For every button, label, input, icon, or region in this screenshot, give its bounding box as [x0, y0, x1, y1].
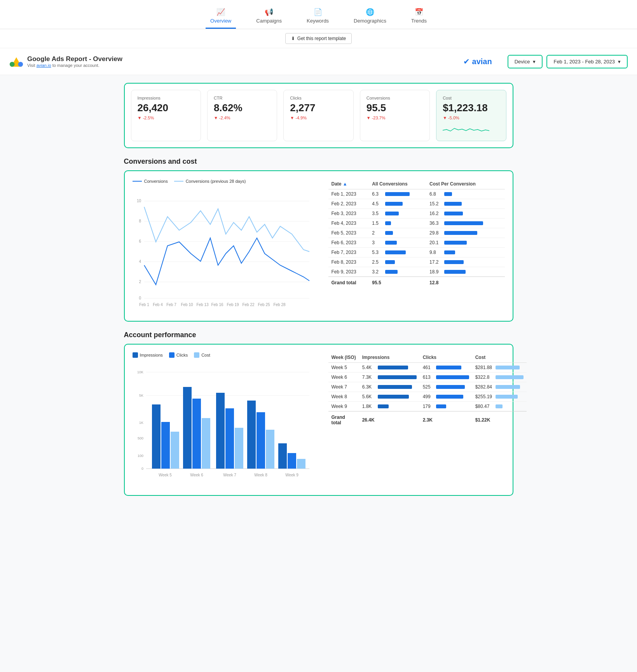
conversions-legend-line — [133, 181, 142, 182]
svg-text:0: 0 — [141, 467, 143, 471]
svg-text:Week 9: Week 9 — [285, 473, 298, 477]
table-row: Week 7 6.3K 525 $282.84 — [328, 382, 527, 392]
clicks-legend-box — [169, 352, 175, 358]
sort-icon: ▲ — [343, 181, 347, 187]
svg-text:4: 4 — [139, 259, 141, 264]
impressions-header[interactable]: Impressions — [359, 352, 420, 363]
svg-rect-47 — [288, 453, 296, 469]
svg-text:5K: 5K — [139, 394, 143, 397]
kpi-ctr: CTR 8.62% ▼ -2.4% — [207, 90, 277, 141]
svg-text:6: 6 — [139, 239, 141, 243]
clicks-value: 2,277 — [290, 102, 347, 114]
svg-point-2 — [10, 62, 15, 67]
device-filter[interactable]: Device ▾ — [508, 55, 543, 68]
nav-keywords[interactable]: 📄 Keywords — [302, 5, 333, 29]
google-ads-logo — [9, 54, 23, 68]
nav-trends[interactable]: 📅 Trends — [407, 5, 431, 29]
template-bar: ⬇ Get this report template — [0, 29, 637, 48]
kpi-impressions: Impressions 26,420 ▼ -2.5% — [131, 90, 201, 141]
impressions-value: 26,420 — [138, 102, 194, 114]
account-chart-section: Impressions Clicks Cost 10K 5K 1K 500 10… — [124, 344, 513, 496]
clicks-label: Clicks — [290, 96, 347, 100]
cost-value: $1,223.18 — [443, 102, 499, 114]
clicks-change: ▼ -4.9% — [290, 116, 347, 120]
nav-overview[interactable]: 📈 Overview — [206, 5, 236, 29]
date-header[interactable]: Date ▲ — [328, 179, 369, 189]
clicks-header[interactable]: Clicks — [420, 352, 472, 363]
svg-text:Feb 22: Feb 22 — [242, 303, 255, 307]
svg-point-1 — [18, 62, 23, 67]
svg-text:Feb 25: Feb 25 — [258, 303, 270, 307]
ctr-change: ▼ -2.4% — [214, 116, 271, 120]
table-row: Feb 2, 2023 4.5 15.2 — [328, 199, 505, 209]
svg-rect-41 — [225, 408, 234, 469]
nav-campaigns[interactable]: 📢 Campaigns — [251, 5, 286, 29]
campaigns-icon: 📢 — [265, 8, 273, 16]
svg-rect-48 — [297, 459, 305, 469]
ctr-label: CTR — [214, 96, 271, 100]
legend-impressions: Impressions — [133, 352, 163, 358]
table-row: Feb 3, 2023 3.5 16.2 — [328, 209, 505, 219]
chevron-down-icon: ▾ — [533, 59, 536, 65]
download-icon: ⬇ — [291, 36, 295, 41]
account-section-title: Account performance — [124, 331, 513, 339]
svg-rect-45 — [266, 430, 274, 469]
svg-text:Week 6: Week 6 — [190, 473, 203, 477]
legend-conversions: Conversions — [133, 179, 168, 184]
page-header: Google Ads Report - Overview Visit avian… — [0, 48, 637, 75]
svg-rect-36 — [171, 432, 179, 469]
date-range-filter[interactable]: Feb 1, 2023 - Feb 28, 2023 ▾ — [546, 55, 628, 68]
conversions-change: ▼ -23.7% — [366, 116, 423, 120]
svg-rect-44 — [257, 412, 265, 469]
svg-text:10K: 10K — [137, 370, 143, 374]
svg-text:1K: 1K — [139, 421, 143, 425]
line-chart-svg: 10 8 6 4 2 0 Feb 1 Feb 4 — [133, 187, 311, 312]
impressions-label: Impressions — [138, 96, 194, 100]
svg-text:100: 100 — [137, 454, 143, 458]
cost-header[interactable]: Cost — [472, 352, 527, 363]
svg-rect-40 — [216, 393, 225, 469]
demographics-icon: 🌐 — [366, 8, 374, 16]
svg-rect-34 — [152, 404, 161, 469]
table-row: Feb 9, 2023 3.2 18.9 — [328, 267, 505, 277]
all-conversions-header[interactable]: All Conversions — [369, 179, 426, 189]
impressions-change: ▼ -2.5% — [138, 116, 194, 120]
account-total-row: Grand total 26.4K 2.3K $1.22K — [328, 411, 527, 428]
ctr-value: 8.62% — [214, 102, 271, 114]
avian-link[interactable]: avian.io — [37, 63, 51, 68]
svg-text:2: 2 — [139, 280, 141, 284]
kpi-section: Impressions 26,420 ▼ -2.5% CTR 8.62% ▼ -… — [124, 83, 513, 148]
nav-demographics[interactable]: 🌐 Demographics — [349, 5, 391, 29]
svg-rect-42 — [235, 428, 243, 469]
conversions-label: Conversions — [366, 96, 423, 100]
line-chart-container: Conversions Conversions (previous 28 day… — [133, 179, 319, 313]
conversions-prev-legend-line — [174, 181, 183, 182]
trends-icon: 📅 — [415, 8, 423, 16]
avian-brand: avian — [472, 57, 492, 66]
bar-chart-svg: 10K 5K 1K 500 100 0 — [133, 362, 311, 486]
legend-conversions-prev: Conversions (previous 28 days) — [174, 179, 246, 184]
svg-text:Week 7: Week 7 — [223, 473, 236, 477]
cost-sparkline — [443, 122, 499, 135]
table-row: Feb 5, 2023 2 29.8 — [328, 228, 505, 238]
conversions-value: 95.5 — [366, 102, 423, 114]
svg-rect-43 — [247, 401, 256, 469]
cost-per-conversion-header[interactable]: Cost Per Conversion — [426, 179, 504, 189]
report-title: Google Ads Report - Overview — [27, 55, 122, 63]
account-table: Week (ISO) Impressions Clicks Cost Week … — [328, 352, 527, 427]
top-navigation: 📈 Overview 📢 Campaigns 📄 Keywords 🌐 Demo… — [0, 0, 637, 29]
bar-chart-legend: Impressions Clicks Cost — [133, 352, 319, 358]
impressions-legend-box — [133, 352, 138, 358]
table-row: Feb 1, 2023 6.3 6.8 — [328, 189, 505, 199]
svg-rect-46 — [278, 443, 287, 469]
template-button[interactable]: ⬇ Get this report template — [285, 33, 352, 44]
week-header[interactable]: Week (ISO) — [328, 352, 359, 363]
table-row: Week 6 7.3K 613 $322.8 — [328, 373, 527, 382]
cost-change: ▼ -5.0% — [443, 116, 499, 120]
svg-text:Feb 16: Feb 16 — [211, 303, 223, 307]
svg-text:Feb 28: Feb 28 — [273, 303, 286, 307]
svg-rect-37 — [183, 387, 192, 469]
legend-clicks: Clicks — [169, 352, 188, 358]
svg-rect-35 — [161, 422, 170, 469]
svg-text:Feb 13: Feb 13 — [196, 303, 209, 307]
